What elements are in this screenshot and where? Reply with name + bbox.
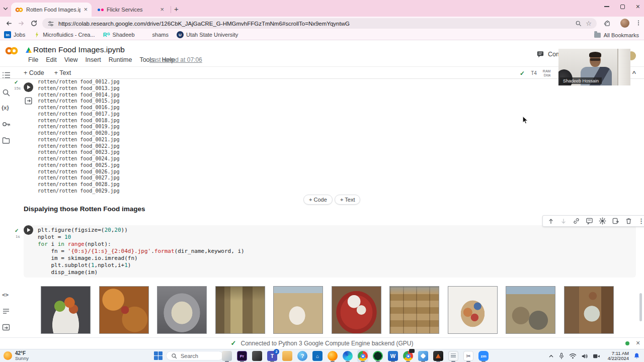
refresh-button[interactable]: [30, 20, 38, 27]
address-bar[interactable]: https://colab.research.google.com/drive/…: [42, 18, 597, 29]
microphone-icon[interactable]: [558, 352, 565, 359]
add-comment-icon[interactable]: [586, 217, 593, 225]
wifi-icon[interactable]: [569, 353, 577, 359]
run-cell-button[interactable]: [24, 82, 33, 92]
menu-item[interactable]: Edit: [46, 56, 57, 63]
back-button[interactable]: [5, 20, 13, 27]
bookmark-item[interactable]: Microfluidics - Crea...: [33, 31, 95, 38]
collapse-toolbar-icon[interactable]: ^: [632, 69, 636, 77]
command-history-icon[interactable]: [2, 308, 10, 315]
taskbar-app-icon[interactable]: [252, 350, 263, 362]
profile-avatar[interactable]: [620, 19, 629, 28]
bookmark-star-icon[interactable]: ☆: [586, 20, 592, 27]
add-code-button[interactable]: + Code: [24, 69, 44, 76]
taskbar-app-icon[interactable]: [433, 350, 444, 362]
cell-settings-gear-icon[interactable]: [599, 217, 606, 225]
taskbar-app-icon[interactable]: Pr: [236, 350, 248, 362]
weather-widget[interactable]: 42°F Sunny: [4, 350, 29, 361]
new-tab-button[interactable]: +: [174, 5, 179, 13]
run-cell-button[interactable]: [24, 225, 33, 235]
taskbar-app-icon[interactable]: [418, 350, 429, 362]
tune-icon[interactable]: [47, 20, 54, 27]
menu-item[interactable]: View: [64, 56, 78, 63]
menu-item[interactable]: Insert: [86, 56, 101, 63]
bookmark-item[interactable]: in Jobs: [4, 31, 25, 38]
window-maximize-button[interactable]: [620, 5, 625, 9]
insert-text-button[interactable]: + Text: [335, 195, 360, 205]
taskbar-app-icon[interactable]: ?: [297, 350, 308, 362]
code-line[interactable]: disp_image(im): [38, 269, 245, 276]
markdown-heading[interactable]: Dispalying those Rotten Food images: [24, 205, 145, 213]
start-button[interactable]: [154, 351, 163, 360]
taskbar-app-icon[interactable]: T2: [267, 350, 278, 362]
lens-search-icon[interactable]: [575, 20, 582, 27]
files-folder-icon[interactable]: [2, 137, 10, 144]
taskbar-app-icon[interactable]: [403, 350, 414, 362]
taskbar-app-icon[interactable]: [327, 350, 338, 362]
code-line[interactable]: nplot = 10: [38, 234, 245, 241]
code-editor[interactable]: plt.figure(figsize=(20,20))nplot = 10for…: [38, 227, 245, 276]
taskbar-app-icon[interactable]: [372, 350, 383, 362]
bookmark-item[interactable]: Rᴳ Shadeeb: [103, 31, 135, 38]
tray-chevron-up-icon[interactable]: [548, 353, 554, 359]
scrollbar-thumb[interactable]: [639, 293, 642, 321]
window-minimize-button[interactable]: [604, 6, 609, 7]
move-cell-down-icon[interactable]: [560, 218, 567, 225]
tab-close-icon[interactable]: ×: [84, 7, 88, 12]
output-thumbnail: [273, 286, 323, 334]
taskbar-app-icon[interactable]: [448, 350, 459, 362]
taskbar-app-icon[interactable]: [221, 350, 232, 362]
all-bookmarks-button[interactable]: All Bookmarks: [594, 30, 639, 40]
dismiss-status-icon[interactable]: ×: [636, 339, 640, 347]
notification-bell-icon[interactable]: [633, 352, 640, 359]
window-close-button[interactable]: ×: [636, 4, 640, 9]
browser-tab-flickr[interactable]: Flickr Services ×: [94, 3, 168, 17]
volume-icon[interactable]: [581, 353, 588, 359]
browser-tab-colab[interactable]: Rotten Food Images.ipynb - C ×: [11, 3, 92, 17]
taskbar-app-icon[interactable]: [357, 350, 368, 362]
more-cell-actions-icon[interactable]: ⋮: [638, 217, 644, 225]
code-line[interactable]: plt.subplot(1,nplot,i+1): [38, 262, 245, 269]
menu-item[interactable]: Runtime: [109, 56, 132, 63]
delete-cell-trash-icon[interactable]: [625, 217, 632, 225]
taskbar-clock[interactable]: 7:11 AM 4/22/2024: [605, 351, 629, 361]
move-cell-up-icon[interactable]: [547, 218, 554, 225]
table-of-contents-icon[interactable]: [2, 71, 11, 79]
url-text[interactable]: https://colab.research.google.com/drive/…: [58, 21, 571, 27]
last-saved-link[interactable]: Last saved at 07:06: [149, 56, 202, 63]
mirror-cell-icon[interactable]: [612, 217, 619, 225]
extensions-icon[interactable]: [603, 20, 611, 27]
add-text-button[interactable]: + Text: [54, 69, 71, 76]
code-line[interactable]: fn = '{0:s}/{1:s}_{2:04d}.jpg'.format(di…: [38, 248, 245, 255]
output-line: rotten/rotten food_0029.jpg: [38, 188, 120, 195]
taskbar-app-icon[interactable]: zm: [478, 350, 489, 362]
taskbar-app-icon[interactable]: [342, 350, 353, 362]
bookmark-item[interactable]: shams: [143, 31, 169, 38]
star-notebook-icon[interactable]: ☆: [117, 46, 124, 54]
copy-link-to-cell-icon[interactable]: [573, 217, 580, 225]
bookmark-item[interactable]: U Utah State University: [177, 31, 238, 38]
forward-button[interactable]: [18, 20, 25, 27]
tab-search-chevron-icon[interactable]: [3, 6, 9, 12]
taskbar-app-icon[interactable]: ✂: [463, 350, 474, 362]
code-line[interactable]: im = skimage.io.imread(fn): [38, 255, 245, 262]
variables-icon[interactable]: {x}: [2, 105, 9, 111]
terminal-panel-icon[interactable]: [2, 324, 10, 331]
code-snippets-icon[interactable]: <>: [2, 292, 9, 298]
browser-menu-icon[interactable]: [635, 19, 642, 27]
notebook-title[interactable]: Rotten Food Images.ipynb: [33, 45, 125, 54]
taskbar-app-icon[interactable]: [282, 350, 293, 362]
output-actions-icon[interactable]: [24, 97, 33, 105]
search-icon[interactable]: [2, 88, 10, 97]
camera-in-use-icon[interactable]: [593, 353, 600, 359]
secrets-key-icon[interactable]: [2, 121, 11, 128]
taskbar-app-icon[interactable]: ⌂: [312, 350, 323, 362]
taskbar-app-icon[interactable]: W: [387, 350, 398, 362]
tab-close-icon[interactable]: ×: [160, 7, 164, 12]
taskbar-search[interactable]: Search: [166, 351, 223, 360]
code-line[interactable]: for i in range(nplot):: [38, 241, 245, 248]
code-line[interactable]: plt.figure(figsize=(20,20)): [38, 227, 245, 234]
colab-logo[interactable]: [5, 46, 19, 55]
menu-item[interactable]: File: [28, 56, 38, 63]
insert-code-button[interactable]: + Code: [303, 195, 333, 205]
